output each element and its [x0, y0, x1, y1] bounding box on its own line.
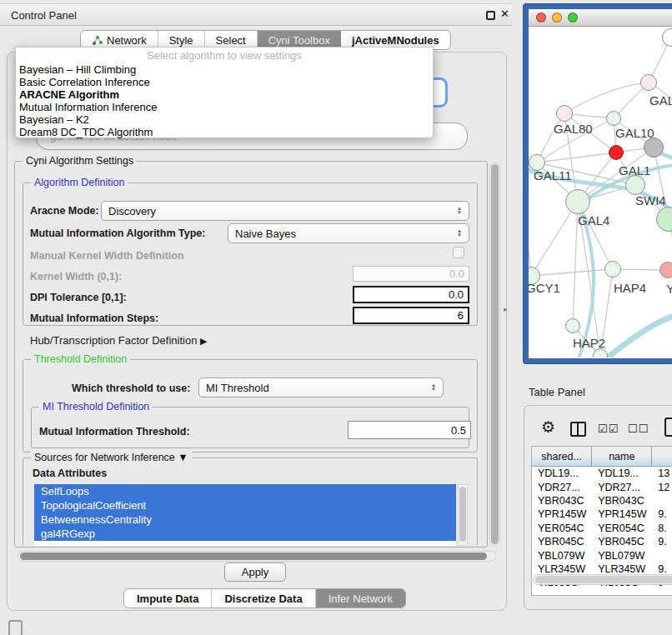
minimized-panel-icon[interactable] [8, 620, 23, 635]
manual-kernel-label: Manual Kernel Width Definition [30, 250, 184, 262]
tab-impute-data[interactable]: Impute Data [124, 589, 212, 608]
algorithm-option[interactable]: Mutual Information Inference [16, 101, 433, 113]
mi-type-value: Naive Bayes [235, 228, 296, 240]
network-node-gal[interactable] [640, 74, 657, 91]
network-edge-highlighted[interactable] [599, 313, 672, 358]
tab-label: jActiveMNodules [352, 34, 439, 47]
scrollbar-thumb[interactable] [20, 552, 487, 560]
tab-discretize-data[interactable]: Discretize Data [212, 589, 315, 608]
algorithm-option[interactable]: Basic Correlation Inference [16, 76, 433, 88]
table-cell: YER054C [532, 522, 592, 535]
manual-kernel-checkbox[interactable] [453, 247, 464, 258]
network-edge[interactable] [537, 152, 616, 162]
window-minimize-button[interactable] [552, 12, 562, 22]
table-horizontal-scrollbar[interactable] [533, 574, 672, 585]
column-header[interactable]: name [592, 447, 652, 467]
network-node-gal80[interactable] [556, 105, 573, 122]
algorithm-popup-placeholder: Select algorithm to view settings [16, 48, 433, 63]
network-node-y[interactable] [659, 262, 672, 278]
table-row[interactable]: YBR043CYBR043C [532, 494, 672, 508]
settings-horizontal-scrollbar[interactable] [18, 551, 496, 562]
network-canvas[interactable]: GALGAL80GAL10GAL1GAL11SWI4GAL4GCY1HAP4YH… [529, 27, 672, 358]
table-row[interactable]: YBR045CYBR045C9. [532, 535, 672, 548]
network-node-gal4[interactable] [565, 189, 590, 214]
which-threshold-combo[interactable]: MI Threshold ▲▼ [198, 378, 444, 398]
algorithm-option[interactable]: Bayesian – Hill Climbing [16, 63, 433, 76]
network-edge[interactable] [531, 269, 613, 276]
kernel-width-label: Kernel Width (0,1): [30, 271, 122, 282]
table-row[interactable]: YBL079WYBL079W [532, 548, 672, 562]
table-cell: YBL079W [592, 548, 652, 562]
mi-steps-input[interactable]: 6 [353, 307, 469, 324]
node-label: GAL4 [578, 213, 609, 228]
unchecked-boxes-icon[interactable]: ☐☐ [628, 422, 649, 435]
screen: Control Panel ✕ Network Style Select Cyn… [0, 0, 672, 635]
mi-type-label: Mutual Information Algorithm Type: [30, 228, 205, 239]
attribute-item[interactable]: TopologicalCoefficient [34, 498, 456, 512]
dpi-tolerance-label: DPI Tolerance [0,1]: [30, 292, 127, 303]
network-node-gal1[interactable] [609, 145, 624, 160]
scrollbar-thumb[interactable] [459, 487, 466, 542]
attributes-list-scrollbar[interactable] [458, 484, 468, 546]
mi-threshold-input[interactable]: 0.5 [348, 421, 471, 439]
window-zoom-button[interactable] [568, 12, 578, 22]
network-node-hap4[interactable] [604, 261, 621, 278]
close-icon[interactable]: ✕ [500, 8, 509, 20]
hub-definition-toggle[interactable]: Hub/Transcription Factor Definition ▶ [30, 334, 207, 347]
settings-vertical-scrollbar[interactable] [489, 162, 500, 546]
columns-icon[interactable] [570, 422, 586, 437]
apply-button[interactable]: Apply [224, 562, 286, 582]
window-close-button[interactable] [536, 12, 546, 22]
which-threshold-label: Which threshold to use: [72, 382, 190, 394]
table-row[interactable]: YDR27...YDR27...12 [532, 480, 672, 493]
sources-group-title[interactable]: Sources for Network Inference ▼ [31, 452, 192, 463]
algorithm-popup-list: Bayesian – Hill ClimbingBasic Correlatio… [16, 63, 433, 138]
dpi-tolerance-input[interactable]: 0.0 [353, 286, 469, 303]
table-row[interactable]: YDL19...YDL19...13 [532, 467, 672, 480]
float-panel-icon[interactable] [486, 11, 495, 20]
algorithm-definition-title: Algorithm Definition [31, 177, 128, 188]
table-cell: 9. [652, 535, 672, 548]
column-header[interactable] [652, 447, 672, 467]
cyni-settings-title: Cyni Algorithm Settings [23, 155, 137, 167]
algorithm-option[interactable]: Bayesian – K2 [16, 113, 433, 126]
tab-infer-network[interactable]: Infer Network [316, 589, 405, 608]
tab-label: Network [107, 34, 147, 47]
table-body: YDL19...YDL19...13YDR27...YDR27...12YBR0… [532, 467, 672, 590]
network-node-gal10[interactable] [606, 111, 621, 126]
table-row[interactable]: YER054CYER054C8. [532, 522, 672, 535]
table-cell: 12 [652, 480, 672, 493]
aracne-mode-combo[interactable]: Discovery ▲▼ [101, 201, 469, 221]
table-cell: YDL19... [592, 467, 652, 480]
triangle-down-icon: ▼ [178, 452, 188, 463]
network-node[interactable] [625, 175, 645, 195]
attribute-item[interactable]: SelfLoops [34, 484, 456, 498]
scrollbar-thumb[interactable] [535, 576, 672, 583]
table-cell: YPR145W [592, 508, 652, 521]
function-icon[interactable] [664, 418, 672, 437]
network-node[interactable] [644, 138, 664, 158]
control-panel-title: Control Panel [11, 9, 77, 22]
table-cell: 8. [652, 522, 672, 535]
gear-icon[interactable]: ⚙ [541, 418, 555, 437]
table-cell: YBR043C [592, 494, 652, 508]
scrollbar-thumb[interactable] [491, 164, 499, 544]
attribute-item[interactable]: gal4RGexp [34, 527, 456, 541]
attributes-list[interactable]: SelfLoopsTopologicalCoefficientBetweenne… [34, 484, 456, 546]
algorithm-option[interactable]: Dream8 DC_TDC Algorithm [16, 126, 433, 138]
panel-collapse-arrow[interactable]: ▸ [504, 305, 508, 313]
attribute-item[interactable]: BetweennessCentrality [34, 512, 456, 527]
aracne-mode-label: Aracne Mode: [30, 205, 99, 217]
checked-boxes-icon[interactable]: ☑☑ [598, 422, 619, 435]
algorithm-option[interactable]: ARACNE Algorithm [16, 88, 433, 101]
sources-title-text: Sources for Network Inference [34, 452, 175, 463]
kernel-width-input[interactable]: 0.0 [353, 266, 469, 282]
network-edge[interactable] [531, 202, 578, 276]
node-label: Y [666, 282, 672, 296]
mi-type-combo[interactable]: Naive Bayes ▲▼ [228, 223, 469, 243]
network-edge[interactable] [564, 82, 649, 113]
network-node-hap2[interactable] [565, 318, 580, 333]
column-header[interactable]: shared... [532, 447, 592, 467]
network-edge-highlighted[interactable] [577, 207, 594, 358]
table-row[interactable]: YPR145WYPR145W9. [532, 508, 672, 521]
